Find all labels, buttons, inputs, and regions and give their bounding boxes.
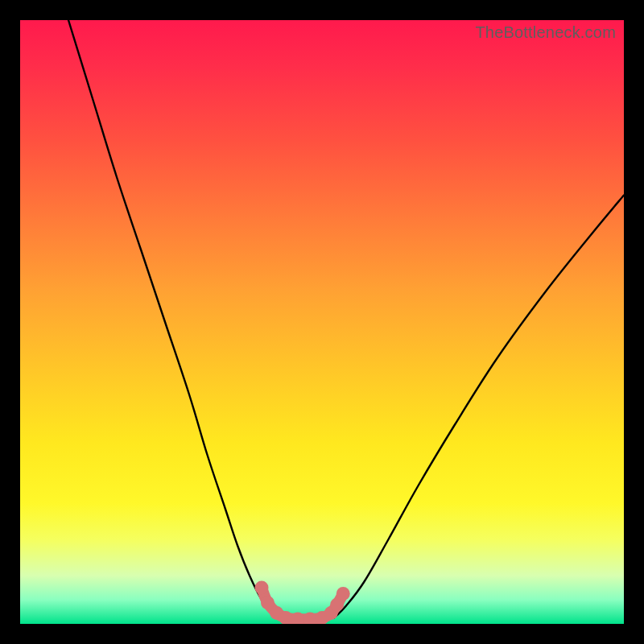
left-branch-path (68, 20, 280, 618)
curve-layer (20, 20, 624, 624)
bottom-highlight-dots (255, 581, 350, 625)
highlight-dot (336, 587, 350, 601)
chart-frame: TheBottleneck.com (0, 0, 644, 644)
plot-area: TheBottleneck.com (20, 20, 624, 624)
highlight-dot (255, 581, 269, 595)
highlight-dot (261, 596, 275, 609)
right-branch-path (334, 196, 624, 618)
